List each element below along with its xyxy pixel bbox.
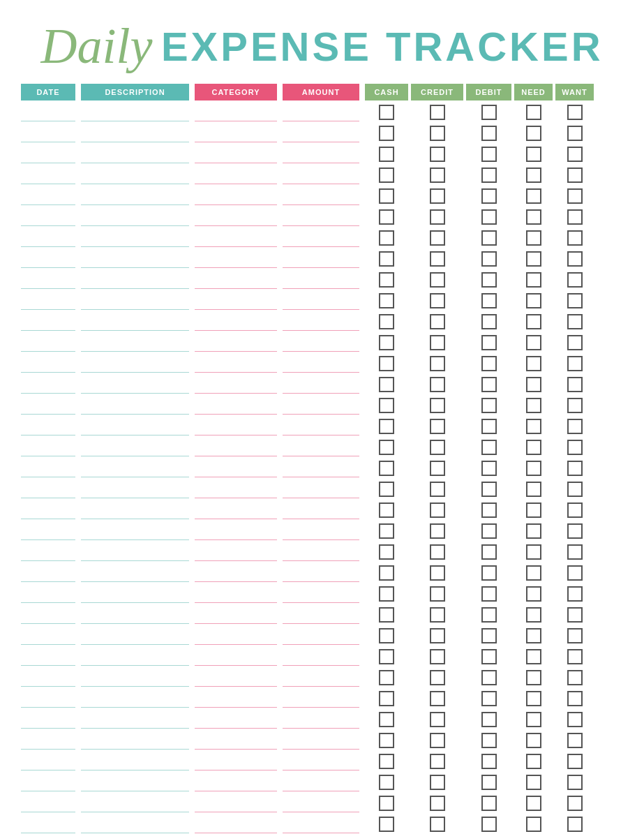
list-item[interactable] xyxy=(379,709,394,730)
checkbox[interactable] xyxy=(379,775,394,790)
list-item[interactable] xyxy=(526,814,541,834)
list-item[interactable] xyxy=(526,772,541,793)
checkbox[interactable] xyxy=(430,293,445,308)
list-item[interactable] xyxy=(481,604,497,625)
checkbox[interactable] xyxy=(379,126,394,141)
list-item[interactable] xyxy=(481,248,497,269)
list-item[interactable] xyxy=(567,102,583,123)
checkbox[interactable] xyxy=(526,188,541,204)
list-item[interactable] xyxy=(526,688,541,709)
list-item[interactable] xyxy=(526,311,541,332)
list-item[interactable] xyxy=(567,144,583,165)
checkbox[interactable] xyxy=(430,607,445,623)
checkbox[interactable] xyxy=(379,377,394,392)
list-item[interactable] xyxy=(567,123,583,144)
checkbox[interactable] xyxy=(430,398,445,413)
list-item[interactable] xyxy=(430,437,445,458)
list-item[interactable] xyxy=(526,102,541,123)
list-item[interactable] xyxy=(481,479,497,500)
checkbox[interactable] xyxy=(430,733,445,748)
checkbox[interactable] xyxy=(379,188,394,204)
checkbox[interactable] xyxy=(481,188,497,204)
checkbox[interactable] xyxy=(481,817,497,832)
checkbox[interactable] xyxy=(526,398,541,413)
checkbox[interactable] xyxy=(526,356,541,371)
checkbox[interactable] xyxy=(379,398,394,413)
list-item[interactable] xyxy=(567,416,583,437)
list-item[interactable] xyxy=(379,165,394,186)
list-item[interactable] xyxy=(481,542,497,563)
list-item[interactable] xyxy=(481,667,497,688)
checkbox[interactable] xyxy=(379,565,394,581)
list-item[interactable] xyxy=(526,416,541,437)
list-item[interactable] xyxy=(430,730,445,751)
list-item[interactable] xyxy=(430,751,445,772)
list-item[interactable] xyxy=(379,437,394,458)
list-item[interactable] xyxy=(481,416,497,437)
list-item[interactable] xyxy=(379,332,394,353)
checkbox[interactable] xyxy=(481,356,497,371)
list-item[interactable] xyxy=(481,437,497,458)
checkbox[interactable] xyxy=(481,377,497,392)
checkbox[interactable] xyxy=(481,796,497,811)
list-item[interactable] xyxy=(430,583,445,604)
list-item[interactable] xyxy=(567,290,583,311)
list-item[interactable] xyxy=(526,207,541,228)
checkbox[interactable] xyxy=(481,523,497,539)
checkbox[interactable] xyxy=(567,796,583,811)
checkbox[interactable] xyxy=(481,670,497,685)
list-item[interactable] xyxy=(481,521,497,542)
checkbox[interactable] xyxy=(526,167,541,183)
checkbox[interactable] xyxy=(430,649,445,664)
list-item[interactable] xyxy=(567,353,583,374)
list-item[interactable] xyxy=(430,416,445,437)
list-item[interactable] xyxy=(481,458,497,479)
checkbox[interactable] xyxy=(430,670,445,685)
list-item[interactable] xyxy=(481,228,497,248)
list-item[interactable] xyxy=(567,248,583,269)
checkbox[interactable] xyxy=(481,440,497,455)
checkbox[interactable] xyxy=(567,230,583,246)
checkbox[interactable] xyxy=(379,712,394,727)
list-item[interactable] xyxy=(379,793,394,814)
list-item[interactable] xyxy=(567,604,583,625)
list-item[interactable] xyxy=(526,563,541,583)
checkbox[interactable] xyxy=(379,649,394,664)
list-item[interactable] xyxy=(379,772,394,793)
checkbox[interactable] xyxy=(379,482,394,497)
list-item[interactable] xyxy=(481,814,497,834)
checkbox[interactable] xyxy=(379,628,394,643)
checkbox[interactable] xyxy=(526,209,541,225)
list-item[interactable] xyxy=(379,583,394,604)
checkbox[interactable] xyxy=(481,691,497,706)
checkbox[interactable] xyxy=(526,502,541,518)
checkbox[interactable] xyxy=(430,272,445,288)
checkbox[interactable] xyxy=(526,775,541,790)
list-item[interactable] xyxy=(526,165,541,186)
list-item[interactable] xyxy=(430,458,445,479)
checkbox[interactable] xyxy=(379,733,394,748)
checkbox[interactable] xyxy=(481,167,497,183)
checkbox[interactable] xyxy=(379,293,394,308)
checkbox[interactable] xyxy=(567,419,583,434)
checkbox[interactable] xyxy=(379,209,394,225)
checkbox[interactable] xyxy=(379,419,394,434)
checkbox[interactable] xyxy=(567,712,583,727)
list-item[interactable] xyxy=(430,646,445,667)
checkbox[interactable] xyxy=(567,691,583,706)
checkbox[interactable] xyxy=(526,419,541,434)
checkbox[interactable] xyxy=(567,502,583,518)
list-item[interactable] xyxy=(481,709,497,730)
checkbox[interactable] xyxy=(430,712,445,727)
checkbox[interactable] xyxy=(481,607,497,623)
checkbox[interactable] xyxy=(481,230,497,246)
list-item[interactable] xyxy=(481,207,497,228)
checkbox[interactable] xyxy=(430,419,445,434)
list-item[interactable] xyxy=(379,416,394,437)
checkbox[interactable] xyxy=(526,733,541,748)
checkbox[interactable] xyxy=(430,796,445,811)
checkbox[interactable] xyxy=(379,502,394,518)
checkbox[interactable] xyxy=(526,523,541,539)
list-item[interactable] xyxy=(567,269,583,290)
list-item[interactable] xyxy=(379,814,394,834)
